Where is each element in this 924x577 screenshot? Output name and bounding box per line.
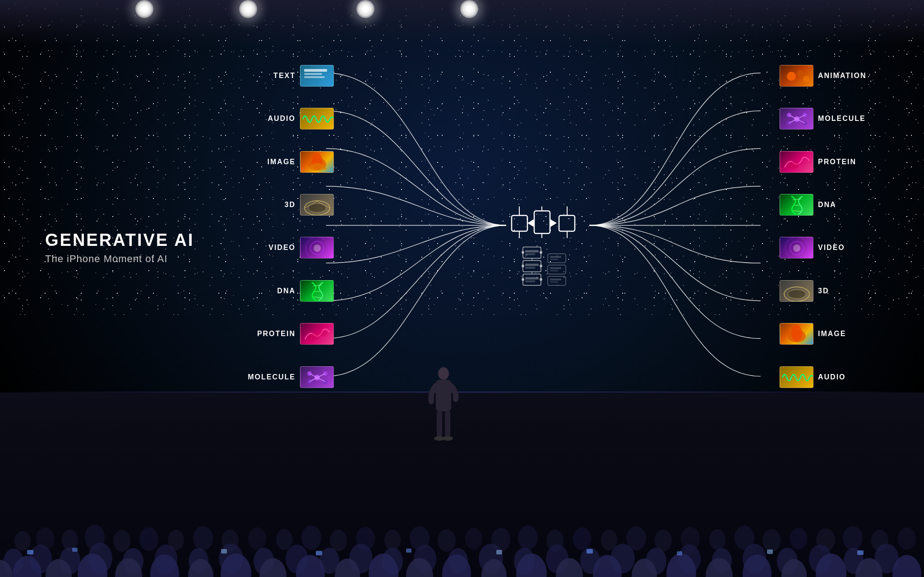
output-label-animation: ANIMATION: [818, 72, 866, 80]
svg-rect-90: [445, 411, 450, 438]
svg-point-104: [301, 526, 321, 550]
input-thumb-image: [300, 151, 334, 173]
output-item-dna: DNA: [780, 194, 863, 216]
svg-point-122: [790, 528, 807, 549]
input-label-dna: DNA: [255, 287, 296, 295]
svg-rect-62: [550, 278, 561, 280]
svg-rect-55: [548, 254, 566, 263]
output-item-animation: ANIMATION: [780, 65, 866, 87]
transformer-top-icon: [503, 202, 584, 242]
input-thumb-video: [300, 237, 334, 258]
svg-rect-89: [437, 411, 442, 438]
svg-point-103: [276, 529, 292, 550]
output-item-video: VIDEO: [780, 237, 863, 258]
output-thumb-molecule: [780, 108, 813, 129]
svg-point-13: [319, 331, 328, 336]
output-label-3d: 3D: [818, 287, 863, 295]
input-label-audio: AUDIO: [255, 115, 296, 123]
svg-rect-43: [525, 267, 535, 268]
svg-point-98: [139, 527, 158, 551]
output-column: ANIMATION MOLE: [780, 54, 888, 442]
svg-point-121: [762, 529, 781, 552]
svg-point-52: [540, 278, 542, 281]
output-label-protein: PROTEIN: [818, 158, 863, 166]
input-column: TEXT AUDIO: [244, 54, 334, 442]
svg-point-86: [791, 325, 802, 342]
output-label-dna: DNA: [818, 201, 863, 209]
input-thumb-text: [300, 65, 334, 87]
svg-marker-31: [550, 219, 557, 227]
svg-line-77: [793, 199, 801, 200]
input-thumb-protein: [300, 323, 334, 345]
svg-point-51: [522, 278, 524, 281]
svg-rect-181: [27, 550, 33, 554]
svg-point-48: [540, 251, 542, 254]
svg-rect-46: [525, 280, 535, 282]
svg-point-109: [438, 529, 456, 552]
svg-point-102: [248, 527, 266, 550]
slide-subtitle: The iPhone Moment of AI: [45, 253, 194, 265]
input-item-dna: DNA: [255, 280, 334, 302]
svg-rect-183: [221, 549, 227, 554]
svg-rect-188: [677, 551, 682, 555]
svg-rect-40: [525, 253, 535, 255]
output-item-molecule: MOLECULE: [780, 108, 866, 129]
svg-rect-63: [550, 281, 558, 282]
input-item-image: IMAGE: [255, 151, 334, 173]
title-block: GENERATIVE AI The iPhone Moment of AI: [45, 231, 194, 265]
input-label-3d: 3D: [255, 201, 296, 209]
input-item-audio: AUDIO: [255, 108, 334, 129]
svg-point-112: [518, 526, 538, 550]
input-label-protein: PROTEIN: [255, 330, 296, 338]
svg-rect-184: [316, 551, 322, 555]
slide-area: GENERATIVE AI The iPhone Moment of AI: [36, 54, 888, 442]
svg-point-84: [788, 290, 806, 299]
svg-rect-29: [559, 215, 575, 231]
svg-line-9: [313, 285, 322, 286]
svg-point-66: [803, 76, 809, 82]
slide-title: GENERATIVE AI: [45, 231, 194, 250]
output-thumb-3d: [780, 280, 813, 302]
svg-point-92: [442, 436, 453, 441]
output-item-3d: 3D: [780, 280, 863, 302]
svg-rect-60: [550, 270, 558, 271]
svg-rect-38: [523, 247, 541, 258]
output-label-video: VIDEO: [818, 244, 863, 252]
svg-point-110: [465, 528, 482, 549]
svg-point-64: [787, 72, 796, 81]
presenter: [428, 365, 459, 444]
svg-rect-41: [523, 260, 541, 272]
svg-point-76: [788, 162, 799, 169]
svg-rect-185: [406, 549, 411, 553]
svg-rect-56: [550, 256, 561, 258]
spotlight-1: [135, 0, 153, 18]
input-thumb-molecule: [300, 366, 334, 388]
svg-rect-42: [525, 263, 539, 266]
output-item-protein: PROTEIN: [780, 151, 863, 173]
input-thumb-audio: [300, 108, 334, 129]
svg-point-6: [314, 245, 321, 252]
input-label-image: IMAGE: [255, 158, 296, 166]
svg-rect-182: [72, 548, 78, 552]
input-item-text: TEXT: [255, 65, 334, 87]
input-item-3d: 3D: [255, 194, 334, 216]
svg-point-114: [573, 527, 591, 550]
svg-point-47: [522, 251, 524, 254]
audience-area: [0, 442, 924, 577]
input-label-video: VIDEO: [255, 244, 296, 252]
svg-point-49: [522, 264, 524, 267]
svg-rect-186: [496, 550, 502, 554]
svg-rect-57: [550, 258, 558, 260]
input-item-protein: PROTEIN: [255, 323, 334, 345]
svg-point-107: [384, 530, 401, 550]
svg-line-79: [793, 211, 801, 212]
svg-rect-44: [523, 274, 541, 285]
svg-point-100: [193, 526, 213, 550]
svg-rect-187: [587, 549, 593, 554]
svg-point-93: [14, 531, 31, 551]
spotlight-2: [239, 0, 257, 18]
input-thumb-3d: [300, 194, 334, 216]
output-thumb-dna: [780, 194, 813, 216]
svg-point-65: [797, 70, 804, 77]
svg-point-97: [113, 530, 130, 552]
